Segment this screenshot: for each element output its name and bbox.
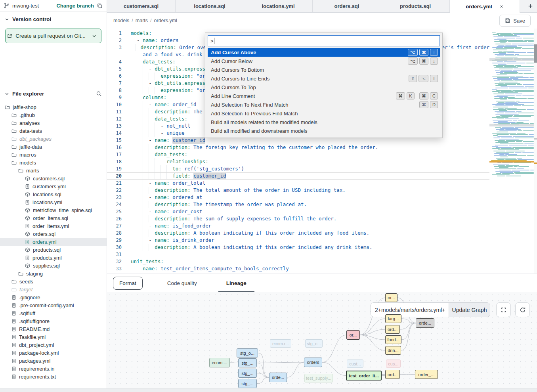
chevron-down-icon[interactable]	[5, 92, 9, 96]
lineage-selector-input[interactable]	[371, 303, 449, 317]
lineage-node-stg3[interactable]: stg_...	[238, 369, 257, 378]
lineage-node-fad_test_supply[interactable]: test_supply...	[304, 374, 333, 382]
palette-item-build-all-models-related-to-the-modified-models[interactable]: Build all models related to the modified…	[208, 118, 440, 126]
file-tree-item-macros[interactable]: macros	[0, 151, 107, 159]
file-tree-item-.github[interactable]: .github	[0, 111, 107, 119]
minimap[interactable]	[489, 32, 534, 181]
change-branch-link[interactable]: Change branch	[56, 3, 94, 9]
file-tree-item-.sqlfluffignore[interactable]: .sqlfluffignore	[0, 317, 107, 325]
file-tree-item-packages.yml[interactable]: packages.yml	[0, 357, 107, 365]
copy-branch-icon[interactable]	[97, 3, 103, 9]
file-tree-item-README.md[interactable]: README.md	[0, 325, 107, 333]
file-tree-item-dbt_packages[interactable]: dbt_packages	[0, 135, 107, 143]
file-tree-item-orders.sql[interactable]: orders.sql	[0, 230, 107, 238]
file-tree-item-products.yml[interactable]: products.yml	[0, 254, 107, 262]
file-tree-item-metricflow_time_spine.sql[interactable]: metricflow_time_spine.sql	[0, 206, 107, 214]
file-tree-item-Taskfile.yml[interactable]: Taskfile.yml	[0, 333, 107, 341]
palette-item-add-selection-to-next-find-match[interactable]: Add Selection To Next Find Match⌘D	[208, 100, 440, 109]
palette-item-add-cursor-below[interactable]: Add Cursor Below⌥⌘↓	[208, 57, 440, 65]
lineage-node-or_y_top[interactable]: or...	[385, 293, 397, 302]
file-tree-item-requirements.in[interactable]: requirements.in	[0, 365, 107, 373]
create-pr-button[interactable]: Create a pull request on Git...	[6, 29, 87, 43]
file-tree-item-.gitignore[interactable]: .gitignore	[0, 293, 107, 301]
editor-scrollbar[interactable]	[534, 29, 537, 273]
lineage-node-drin[interactable]: drin...	[385, 346, 401, 355]
lineage-node-fad_cust[interactable]: cust...	[347, 359, 363, 368]
new-tab-button[interactable]	[527, 0, 533, 12]
tab-products.sql[interactable]: products.sql	[381, 0, 450, 12]
lineage-node-order_y3[interactable]: order_...	[415, 370, 438, 379]
file-tree-item-orders.yml[interactable]: orders.yml	[0, 238, 107, 246]
lineage-node-ord_y1[interactable]: ord...	[385, 325, 400, 334]
lineage-node-ord_y2[interactable]: ord...	[385, 370, 400, 379]
create-pr-dropdown-caret[interactable]	[87, 29, 101, 43]
file-tree-item-models[interactable]: models	[0, 159, 107, 166]
file-tree-item-customers.sql[interactable]: customers.sql	[0, 174, 107, 182]
lineage-node-stg_o[interactable]: stg_o...	[237, 348, 258, 358]
lineage-node-stg4[interactable]: stg_...	[238, 379, 257, 388]
tab-customers.sql[interactable]: customers.sql	[107, 0, 176, 12]
palette-item-add-cursor-above[interactable]: Add Cursor Above⌥⌘↑	[208, 48, 440, 57]
palette-item-add-line-comment[interactable]: Add Line Comment⌘K⌘C	[208, 92, 440, 100]
lineage-node-food[interactable]: food...	[385, 335, 401, 344]
tab-locations.yml[interactable]: locations.yml	[244, 0, 313, 12]
search-icon[interactable]	[96, 91, 102, 97]
palette-item-build-all-modified-and-downstream-models[interactable]: Build all modified and downstream models	[208, 126, 440, 135]
lineage-node-fad_cus2[interactable]: cus...	[386, 359, 401, 368]
tab-orders.sql[interactable]: orders.sql	[313, 0, 381, 12]
file-tree-item-locations.sql[interactable]: locations.sql	[0, 190, 107, 198]
file-tree-item-dbt_project.yml[interactable]: dbt_project.yml	[0, 341, 107, 349]
save-button[interactable]: Save	[499, 15, 531, 27]
file-tree-item-jaffle-shop[interactable]: jaffle-shop	[0, 103, 107, 111]
chevron-down-icon[interactable]	[5, 17, 9, 21]
file-tree-item-order_items.sql[interactable]: order_items.sql	[0, 214, 107, 222]
file-tree-item-requirements.txt[interactable]: requirements.txt	[0, 373, 107, 381]
lineage-node-ecom[interactable]: ecom....	[209, 358, 230, 367]
lineage-node-larg[interactable]: larg...	[385, 314, 401, 323]
fullscreen-button[interactable]	[496, 302, 511, 317]
palette-item-add-selection-to-previous-find-match[interactable]: Add Selection To Previous Find Match	[208, 109, 440, 118]
refresh-button[interactable]	[515, 302, 530, 317]
file-tree-item-supplies.sql[interactable]: supplies.sql	[0, 262, 107, 270]
lineage-node-orde_mid[interactable]: orde...	[269, 373, 287, 382]
command-palette-input[interactable]: >	[208, 35, 440, 46]
breadcrumb-item-orders.yml[interactable]: orders.yml	[154, 18, 177, 23]
lineage-node-fad_stg_c[interactable]: stg_c...	[305, 339, 323, 348]
format-button[interactable]: Format	[113, 277, 143, 290]
close-tab-icon[interactable]	[499, 4, 504, 9]
lineage-node-orders[interactable]: orders	[304, 358, 322, 367]
tab-locations.sql[interactable]: locations.sql	[176, 0, 244, 12]
lineage-node-stg2[interactable]: stg_...	[238, 358, 257, 367]
file-tree-item-analyses[interactable]: analyses	[0, 119, 107, 127]
file-tree-item-seeds[interactable]: seeds	[0, 277, 107, 285]
breadcrumb-item-marts[interactable]: marts	[136, 18, 148, 23]
lineage-node-or_pink[interactable]: or...	[346, 330, 360, 340]
file-tree-item-locations.yml[interactable]: locations.yml	[0, 198, 107, 206]
code-editor[interactable]: 1models:2- name: orders3description: Ord…	[107, 29, 537, 273]
file-tree-item-customers.yml[interactable]: customers.yml	[0, 182, 107, 190]
file-tree-item-marts[interactable]: marts	[0, 166, 107, 174]
file-tree-item-jaffle-data[interactable]: jaffle-data	[0, 143, 107, 151]
scrollbar-handle[interactable]	[534, 44, 537, 63]
bottom-scrollbar-strip[interactable]	[0, 388, 537, 392]
palette-item-add-cursors-to-bottom[interactable]: Add Cursors To Bottom	[208, 65, 440, 74]
lineage-node-fad_ecom_r[interactable]: ecom.r...	[270, 339, 291, 348]
file-tree-item-data-tests[interactable]: data-tests	[0, 127, 107, 135]
file-tree-item-.sqlfluff[interactable]: .sqlfluff	[0, 309, 107, 317]
file-tree-item-.pre-commit-config.yaml[interactable]: .pre-commit-config.yaml	[0, 301, 107, 309]
lineage-node-test_order[interactable]: test_order_it...	[346, 371, 382, 381]
bottom-tab-lineage[interactable]: Lineage	[222, 274, 251, 292]
file-tree-item-staging[interactable]: staging	[0, 270, 107, 277]
file-tree-item-target[interactable]: target	[0, 285, 107, 293]
file-tree-item-package-lock.yml[interactable]: package-lock.yml	[0, 349, 107, 357]
file-tree-item-order_items.yml[interactable]: order_items.yml	[0, 222, 107, 230]
lineage-node-orde_gray[interactable]: orde...	[416, 318, 434, 328]
breadcrumb-item-models[interactable]: models	[113, 18, 129, 23]
bottom-tab-code-quality[interactable]: Code quality	[162, 274, 202, 292]
tab-orders.yml[interactable]: orders.yml	[450, 0, 520, 13]
file-tree-item-products.sql[interactable]: products.sql	[0, 246, 107, 254]
palette-item-add-cursors-to-top[interactable]: Add Cursors To Top	[208, 83, 440, 92]
palette-item-add-cursors-to-line-ends[interactable]: Add Cursors to Line Ends⇧⌥I	[208, 74, 440, 83]
lineage-canvas[interactable]: Update Graph ecom....stg_o...stg_...stg_…	[107, 292, 537, 392]
update-graph-button[interactable]: Update Graph	[449, 303, 490, 317]
